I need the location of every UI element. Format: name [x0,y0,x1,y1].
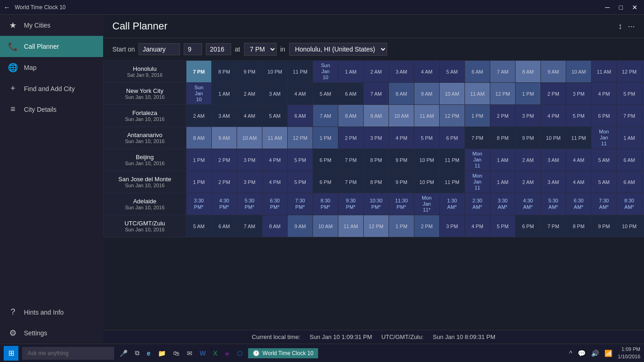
sidebar-item-hints[interactable]: ? Hints and Info [0,302,103,322]
time-cell[interactable]: 2:30 AM* [465,193,490,215]
time-cell[interactable]: 12 PM [440,105,465,127]
time-cell[interactable]: 11 PM [440,149,465,171]
time-cell[interactable]: 6 PM [313,149,338,171]
time-cell[interactable]: 5 AM [262,105,288,127]
time-cell[interactable]: 1 AM [490,171,516,193]
time-cell[interactable]: 5 PM [566,105,592,127]
time-cell[interactable]: 5 PM [617,83,642,105]
time-cell[interactable]: 3 PM [237,149,262,171]
close-button[interactable]: ✕ [629,4,640,11]
time-cell[interactable]: 10:30 PM* [364,193,389,215]
time-cell[interactable]: 3:30 AM* [490,193,516,215]
time-cell[interactable]: 6:30 AM* [566,193,592,215]
store-icon[interactable]: 🛍 [171,350,181,357]
time-cell[interactable]: 4 PM [389,127,414,149]
excel-icon[interactable]: X [211,350,219,357]
time-cell[interactable]: 3 AM [212,105,237,127]
time-cell[interactable]: 8 PM [364,171,389,193]
word-icon[interactable]: W [198,350,208,357]
time-cell[interactable]: 7:30 PM* [288,193,313,215]
time-cell[interactable]: 12 PM [617,61,642,83]
time-cell[interactable]: 5 AM [592,171,617,193]
time-cell[interactable]: 10 AM [313,215,338,237]
time-cell[interactable]: 2 PM [212,171,237,193]
day-input[interactable] [184,43,202,55]
time-cell[interactable]: 6 AM [465,61,490,83]
time-cell[interactable]: 1 PM [389,215,414,237]
minimize-button[interactable]: ─ [603,4,613,11]
time-cell[interactable]: 3 AM [541,149,566,171]
folder-icon[interactable]: 📁 [156,350,168,357]
taskbar-clock[interactable]: 1:09 PM 1/10/2016 [618,346,640,360]
taskview-icon[interactable]: ⧉ [133,349,141,357]
time-cell[interactable]: 4 PM [262,149,288,171]
time-cell[interactable]: 6:30 PM* [262,193,288,215]
time-cell[interactable]: 9 AM [212,127,237,149]
vs-icon[interactable]: ◈ [223,350,232,357]
tray-icon-3[interactable]: 🔊 [589,350,601,357]
tray-icon-4[interactable]: 📶 [603,350,614,357]
time-cell[interactable]: 6 AM [617,171,642,193]
time-cell[interactable]: 7 A… [642,171,644,193]
time-cell[interactable]: 1 PM [465,105,490,127]
time-cell[interactable]: 8 PM [566,215,592,237]
time-cell[interactable]: 5:30 PM* [237,193,262,215]
time-cell[interactable]: 10 PM [541,127,566,149]
time-cell[interactable]: 3 PM [364,127,389,149]
time-cell[interactable]: 6 PM [592,105,617,127]
time-cell[interactable]: 11:30 PM* [389,193,414,215]
sidebar-item-city-details[interactable]: ≡ City Details [0,99,103,120]
time-cell[interactable]: 9 PM [237,61,262,83]
time-cell[interactable]: 2 PM [541,83,566,105]
time-cell[interactable]: 10 AM [237,127,262,149]
time-cell[interactable]: 4 PM [262,171,288,193]
time-cell[interactable]: 7 PM [338,171,364,193]
time-cell[interactable]: 2 AM [186,105,212,127]
sidebar-item-find-add-city[interactable]: + Find and Add City [0,78,103,99]
time-cell[interactable]: 9 AM [364,105,389,127]
time-cell[interactable]: 2 PM [414,215,440,237]
time-cell[interactable]: 8 PM [364,149,389,171]
time-cell[interactable]: 1 PM [313,127,338,149]
time-cell[interactable]: 5 PM [288,149,313,171]
time-cell[interactable]: 4 AM [414,61,440,83]
time-cell[interactable]: 5 PM [414,127,440,149]
time-cell[interactable]: 11 PM [440,171,465,193]
back-button[interactable]: ← [4,4,10,11]
taskbar-app-button[interactable]: 🕐 World Time Clock 10 [248,348,318,358]
time-cell[interactable]: 8 PM [212,61,237,83]
time-cell[interactable]: 6 PM [440,127,465,149]
time-cell[interactable]: 3 PM [440,215,465,237]
tray-icon-2[interactable]: 💬 [576,350,587,357]
search-input[interactable] [22,347,114,360]
time-cell[interactable]: Mon Jan 11 [465,171,490,193]
time-cell[interactable]: 8:30 PM* [313,193,338,215]
time-cell[interactable]: 7:30 AM* [592,193,617,215]
time-cell[interactable]: 7 PM [617,105,642,127]
time-cell[interactable]: 10 PM [414,171,440,193]
time-cell[interactable]: 2 A… [642,127,644,149]
maximize-button[interactable]: □ [616,4,626,11]
time-cell[interactable]: 9 PM [516,127,541,149]
time-cell[interactable]: 1 PM [186,149,212,171]
sort-button[interactable]: ↕ [618,22,622,31]
time-cell[interactable]: 3 AM [389,61,414,83]
time-cell[interactable]: 10 PM [262,61,288,83]
time-cell[interactable]: 7 PM [541,215,566,237]
time-cell[interactable]: 12 PM [490,83,516,105]
time-cell[interactable]: 8 AM [186,127,212,149]
year-input[interactable] [206,43,231,55]
time-cell[interactable]: 9:30 PM* [338,193,364,215]
time-cell[interactable]: 4 AM [237,105,262,127]
time-cell[interactable]: 5 AM [186,215,212,237]
time-cell[interactable]: 2 AM [516,171,541,193]
time-cell[interactable]: Sun Jan 10 [186,83,212,105]
time-cell[interactable]: 3 AM [541,171,566,193]
time-cell[interactable]: Sun Jan 10 [313,61,338,83]
time-cell[interactable]: 1:30 AM* [440,193,465,215]
time-cell[interactable]: 1 PM [186,171,212,193]
time-cell[interactable]: 7 AM [490,61,516,83]
time-cell[interactable]: 5 AM [592,149,617,171]
time-grid-container[interactable]: HonoluluSat Jan 9, 20167 PM8 PM9 PM10 PM… [103,60,644,330]
city-select[interactable]: Honolulu, HI (United States) [289,43,387,56]
